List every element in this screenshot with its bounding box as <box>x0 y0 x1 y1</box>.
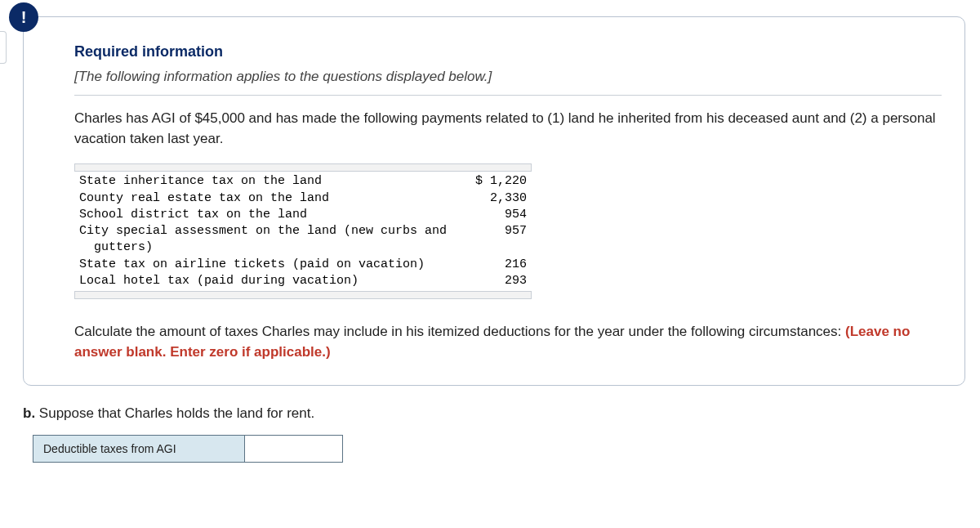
table-top-bar <box>74 163 532 172</box>
row-amount: 216 <box>453 257 527 273</box>
answer-row: Deductible taxes from AGI <box>33 435 965 463</box>
row-label: County real estate tax on the land <box>79 190 453 207</box>
table-row: State tax on airline tickets (paid on va… <box>79 257 527 273</box>
part-b-text: Suppose that Charles holds the land for … <box>35 405 314 421</box>
row-label: School district tax on the land <box>79 207 453 223</box>
row-amount: 2,330 <box>453 190 527 207</box>
row-label: Local hotel tax (paid during vacation) <box>79 273 453 289</box>
part-b-prompt: b. Suppose that Charles holds the land f… <box>23 405 965 422</box>
answer-label: Deductible taxes from AGI <box>33 435 245 463</box>
left-tab-stub <box>0 31 7 64</box>
intro-text: Charles has AGI of $45,000 and has made … <box>74 109 942 149</box>
payments-table: State inheritance tax on the land $ 1,22… <box>74 163 532 299</box>
alert-symbol: ! <box>21 8 27 27</box>
calc-instruction: Calculate the amount of taxes Charles ma… <box>74 322 942 362</box>
calc-prefix: Calculate the amount of taxes Charles ma… <box>74 324 845 339</box>
row-amount: 954 <box>453 207 527 223</box>
table-rows: State inheritance tax on the land $ 1,22… <box>74 172 532 291</box>
table-row: County real estate tax on the land 2,330 <box>79 190 527 207</box>
table-row: State inheritance tax on the land $ 1,22… <box>79 173 527 190</box>
alert-icon: ! <box>9 2 38 32</box>
row-label: State tax on airline tickets (paid on va… <box>79 257 453 273</box>
part-b-label: b. <box>23 405 35 421</box>
row-amount: $ 1,220 <box>453 173 527 190</box>
table-row: City special assessment on the land (new… <box>79 223 527 257</box>
table-bottom-bar <box>74 291 532 299</box>
deductible-taxes-input[interactable] <box>245 435 343 463</box>
row-label: City special assessment on the land (new… <box>79 223 453 257</box>
row-amount: 293 <box>453 273 527 289</box>
required-title: Required information <box>74 43 942 60</box>
table-row: School district tax on the land 954 <box>79 207 527 223</box>
row-label: State inheritance tax on the land <box>79 173 453 190</box>
applies-note: [The following information applies to th… <box>74 69 942 96</box>
row-amount: 957 <box>453 223 527 257</box>
table-row: Local hotel tax (paid during vacation) 2… <box>79 273 527 289</box>
info-card: ! Required information [The following in… <box>23 16 965 386</box>
